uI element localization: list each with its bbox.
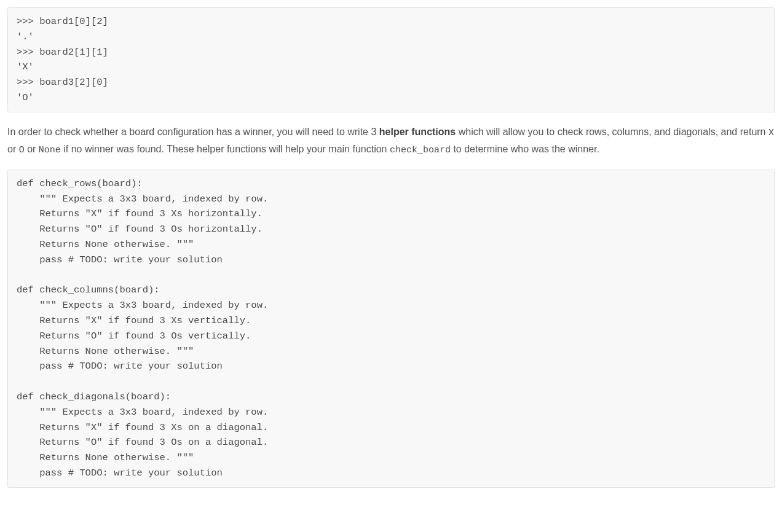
text-fragment: to determine who was the winner. xyxy=(451,144,599,154)
text-fragment: or xyxy=(7,144,19,154)
code-block-interpreter: >>> board1[0][2] '.' >>> board2[1][1] 'X… xyxy=(7,7,775,112)
inline-code-check-board: check_board xyxy=(390,145,451,155)
code-block-functions: def check_rows(board): """ Expects a 3x3… xyxy=(7,170,775,488)
inline-code-x: X xyxy=(768,128,774,138)
text-fragment: if no winner was found. These helper fun… xyxy=(61,144,390,154)
instruction-paragraph: In order to check whether a board config… xyxy=(7,123,775,158)
text-fragment: which will allow you to check rows, colu… xyxy=(456,127,768,137)
inline-code-o: O xyxy=(19,145,25,155)
text-fragment: or xyxy=(25,144,39,154)
helper-functions-emphasis: helper functions xyxy=(379,127,456,137)
text-fragment: In order to check whether a board config… xyxy=(7,127,379,137)
inline-code-none: None xyxy=(39,145,61,155)
